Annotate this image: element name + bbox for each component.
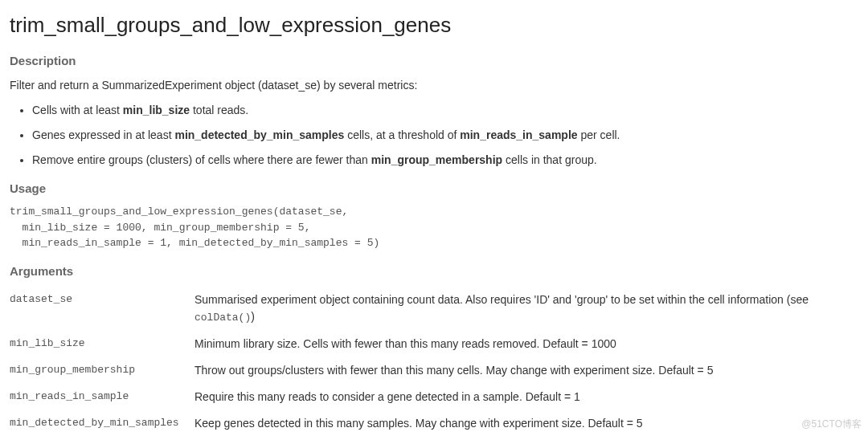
table-row: min_reads_in_sample Require this many re… <box>10 384 858 410</box>
arg-desc: Throw out groups/clusters with fewer tha… <box>194 357 858 384</box>
page-title: trim_small_groups_and_low_expression_gen… <box>10 10 858 41</box>
table-row: min_detected_by_min_samples Keep genes d… <box>10 410 858 437</box>
table-row: min_group_membership Throw out groups/cl… <box>10 357 858 384</box>
text: per cell. <box>578 128 620 141</box>
text: ) <box>251 310 255 323</box>
description-list: Cells with at least min_lib_size total r… <box>10 102 858 169</box>
list-item: Genes expressed in at least min_detected… <box>32 127 858 144</box>
text-bold: min_reads_in_sample <box>460 128 577 141</box>
usage-code: trim_small_groups_and_low_expression_gen… <box>10 204 858 251</box>
text-bold: min_group_membership <box>371 153 502 166</box>
text: Keep genes detected in this many samples… <box>194 417 643 430</box>
text-bold: min_detected_by_min_samples <box>174 128 344 141</box>
text: Summarised experiment object containing … <box>194 293 809 306</box>
arg-name: dataset_se <box>10 287 194 331</box>
list-item: Cells with at least min_lib_size total r… <box>32 102 858 119</box>
list-item: Remove entire groups (clusters) of cells… <box>32 152 858 169</box>
arg-name: min_group_membership <box>10 357 194 384</box>
code-inline: colData() <box>194 312 251 324</box>
text: cells, at a threshold of <box>344 128 460 141</box>
text: total reads. <box>190 104 248 116</box>
arg-desc: Require this many reads to consider a ge… <box>194 384 858 410</box>
watermark: @51CTO博客 <box>801 417 862 431</box>
text: Minimum library size. Cells with fewer t… <box>194 337 616 350</box>
text: Throw out groups/clusters with fewer tha… <box>194 364 713 377</box>
arg-name: min_detected_by_min_samples <box>10 410 194 437</box>
text-bold: min_lib_size <box>123 104 190 116</box>
text: Cells with at least <box>32 104 123 116</box>
arg-name: min_lib_size <box>10 331 194 357</box>
usage-heading: Usage <box>10 180 858 198</box>
arg-name: min_reads_in_sample <box>10 384 194 410</box>
description-intro: Filter and return a SummarizedExperiment… <box>10 77 858 94</box>
text: Genes expressed in at least <box>32 128 174 141</box>
text: Require this many reads to consider a ge… <box>194 390 580 403</box>
text: cells in that group. <box>502 153 597 166</box>
arg-desc: Summarised experiment object containing … <box>194 287 858 331</box>
arg-desc: Minimum library size. Cells with fewer t… <box>194 331 858 357</box>
text: Remove entire groups (clusters) of cells… <box>32 153 371 166</box>
arg-desc: Keep genes detected in this many samples… <box>194 410 858 437</box>
arguments-table: dataset_se Summarised experiment object … <box>10 287 858 436</box>
table-row: dataset_se Summarised experiment object … <box>10 287 858 331</box>
arguments-heading: Arguments <box>10 263 858 281</box>
description-heading: Description <box>10 52 858 71</box>
table-row: min_lib_size Minimum library size. Cells… <box>10 331 858 357</box>
